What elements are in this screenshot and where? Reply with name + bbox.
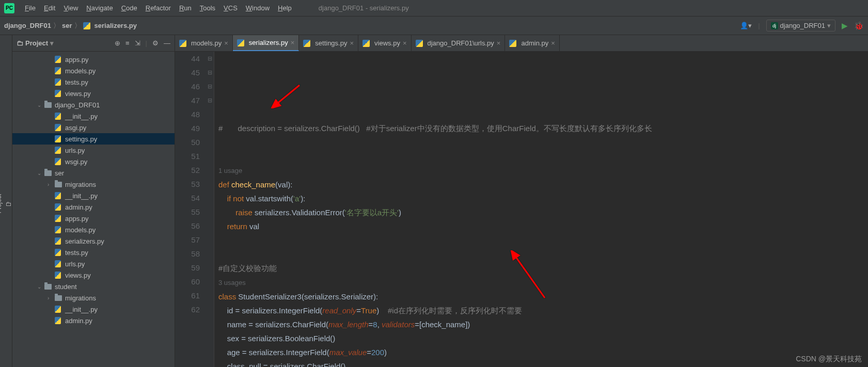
close-icon[interactable]: ×: [350, 39, 354, 47]
tree-item[interactable]: serializers.py: [12, 235, 175, 247]
tree-item[interactable]: wsgi.py: [12, 156, 175, 167]
tree-item[interactable]: ⌄ser: [12, 167, 175, 179]
code-line[interactable]: [218, 135, 868, 149]
tree-item[interactable]: ›migrations: [12, 179, 175, 190]
close-icon[interactable]: ×: [551, 39, 555, 47]
tree-item[interactable]: views.py: [12, 269, 175, 281]
python-icon: [509, 40, 516, 47]
code-line[interactable]: age = serializers.IntegerField(max_value…: [218, 345, 868, 359]
run-config-selector[interactable]: dj django_DRF01 ▾: [766, 20, 835, 31]
tree-item[interactable]: admin.py: [12, 201, 175, 213]
editor-tab[interactable]: admin.py×: [505, 35, 559, 51]
tree-item[interactable]: __init__.py: [12, 304, 175, 315]
code-line[interactable]: [218, 149, 868, 163]
menu-edit[interactable]: Edit: [40, 3, 59, 13]
window-title: django_DRF01 - serializers.py: [319, 4, 409, 12]
close-icon[interactable]: ×: [497, 39, 501, 47]
collapse-icon[interactable]: ⇲: [135, 39, 140, 47]
menu-view[interactable]: View: [59, 3, 82, 13]
fold-gutter[interactable]: ⊟⊟⊟⊟: [206, 52, 214, 367]
close-icon[interactable]: ×: [403, 39, 407, 47]
chevron-down-icon: ▾: [827, 22, 831, 29]
tree-item-label: django_DRF01: [55, 101, 100, 109]
editor-tab[interactable]: views.py×: [358, 35, 411, 51]
tree-item-label: settings.py: [65, 135, 97, 143]
tree-item[interactable]: models.py: [12, 65, 175, 76]
python-icon: [83, 22, 90, 29]
tree-item[interactable]: tests.py: [12, 247, 175, 258]
menu-run[interactable]: Run: [175, 3, 196, 13]
editor-tab[interactable]: settings.py×: [299, 35, 358, 51]
breadcrumb-file[interactable]: serializers.py: [94, 22, 137, 29]
tree-item[interactable]: settings.py: [12, 133, 175, 145]
tree-item[interactable]: __init__.py: [12, 190, 175, 201]
code-line[interactable]: name = serializers.CharField(max_length=…: [218, 317, 868, 331]
gear-icon[interactable]: ⚙: [152, 39, 159, 47]
menu-file[interactable]: File: [21, 3, 40, 13]
editor-tab[interactable]: models.py×: [175, 35, 233, 51]
project-tool-tab[interactable]: 🗀 Project: [0, 35, 12, 367]
user-icon[interactable]: 👤▾: [740, 22, 752, 29]
locate-icon[interactable]: ⊕: [115, 39, 120, 47]
tree-item-label: models.py: [65, 67, 96, 75]
code-line[interactable]: # description = serializers.CharField() …: [218, 121, 868, 135]
tree-item-label: serializers.py: [65, 237, 104, 245]
tree-item[interactable]: models.py: [12, 224, 175, 235]
run-button[interactable]: ▶: [842, 21, 848, 30]
tree-item-label: __init__.py: [65, 113, 98, 120]
tree-item-label: __init__.py: [65, 306, 98, 313]
tree-item[interactable]: ⌄django_DRF01: [12, 99, 175, 110]
close-icon[interactable]: ×: [224, 39, 228, 47]
menu-tools[interactable]: Tools: [196, 3, 219, 13]
tree-item[interactable]: asgi.py: [12, 122, 175, 133]
tree-item[interactable]: admin.py: [12, 315, 175, 326]
django-icon: dj: [771, 22, 778, 29]
tree-item-label: apps.py: [65, 215, 89, 222]
tree-item[interactable]: urls.py: [12, 145, 175, 156]
python-icon: [55, 260, 63, 267]
tree-item[interactable]: apps.py: [12, 54, 175, 65]
line-gutter: 44454647484950515253545556575859606162: [175, 52, 206, 367]
code-line[interactable]: 1 usage: [218, 163, 868, 178]
debug-button[interactable]: 🐞: [854, 21, 864, 30]
menu-code[interactable]: Code: [117, 3, 141, 13]
code-line[interactable]: return val: [218, 219, 868, 233]
tree-item[interactable]: urls.py: [12, 258, 175, 269]
tree-item[interactable]: ⌄student: [12, 281, 175, 292]
folder-icon: 🗀: [17, 39, 23, 47]
tab-label: admin.py: [521, 39, 548, 47]
chevron-down-icon[interactable]: ▾: [50, 39, 54, 47]
code-line[interactable]: sex = serializers.BooleanField(): [218, 331, 868, 345]
code-line[interactable]: raise serializers.ValidationError('名字要以a…: [218, 205, 868, 219]
tree-item[interactable]: tests.py: [12, 76, 175, 88]
menu-help[interactable]: Help: [274, 3, 296, 13]
code-line[interactable]: id = serializers.IntegerField(read_only=…: [218, 304, 868, 317]
breadcrumb-folder[interactable]: ser: [62, 22, 72, 29]
menu-window[interactable]: Window: [242, 3, 274, 13]
tree-item[interactable]: ›migrations: [12, 292, 175, 304]
python-icon: [179, 40, 186, 47]
breadcrumb-project[interactable]: django_DRF01: [4, 22, 51, 29]
menu-navigate[interactable]: Navigate: [82, 3, 117, 13]
editor-tab[interactable]: serializers.py×: [233, 35, 299, 51]
code-line[interactable]: class_null = serializers.CharField(): [218, 359, 868, 367]
tree-item[interactable]: apps.py: [12, 213, 175, 224]
code-line[interactable]: def check_name(val):: [218, 178, 868, 192]
menu-vcs[interactable]: VCS: [219, 3, 242, 13]
tree-item[interactable]: __init__.py: [12, 110, 175, 122]
code-content[interactable]: # description = serializers.CharField() …: [214, 52, 868, 367]
project-tree[interactable]: apps.pymodels.pytests.pyviews.py⌄django_…: [12, 52, 175, 367]
code-editor[interactable]: 44454647484950515253545556575859606162 ⊟…: [175, 52, 868, 367]
close-icon[interactable]: ×: [291, 39, 295, 46]
expand-icon[interactable]: ≡: [125, 39, 130, 47]
code-line[interactable]: [218, 233, 868, 247]
menu-refactor[interactable]: Refactor: [141, 3, 175, 13]
python-icon: [55, 147, 63, 154]
hide-icon[interactable]: —: [164, 39, 170, 47]
code-line[interactable]: if not val.startswith('a'):: [218, 192, 868, 205]
editor-tab[interactable]: django_DRF01\urls.py×: [412, 35, 506, 51]
tree-item[interactable]: views.py: [12, 88, 175, 99]
python-icon: [55, 203, 63, 211]
python-icon: [55, 249, 63, 256]
watermark: CSDN @景天科技苑: [796, 355, 862, 364]
